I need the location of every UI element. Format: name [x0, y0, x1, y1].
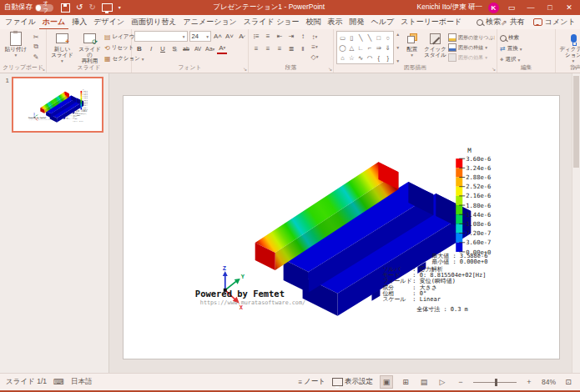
ribbon-tab[interactable]: ホーム [39, 15, 68, 30]
customize-qat-icon[interactable]: ▾ [119, 5, 121, 10]
quick-styles-button[interactable]: クイック スタイル [424, 31, 446, 64]
ribbon-tab[interactable]: 開発 [346, 15, 368, 30]
ribbon-tab[interactable]: ファイル [2, 15, 39, 30]
increase-indent-icon[interactable]: ⇥ [286, 32, 296, 41]
ribbon-tab[interactable]: スライド ショー [240, 15, 303, 30]
display-settings-button[interactable]: 表示設定 [332, 378, 373, 387]
save-icon[interactable] [61, 3, 70, 13]
line-spacing-icon[interactable]: ↕ [298, 32, 308, 41]
change-case-button[interactable]: Aa▾ [204, 44, 215, 53]
shapes-scroll-up-icon[interactable]: ▲ [396, 32, 400, 37]
autosave-control[interactable]: 自動保存 オフ [4, 3, 53, 13]
notes-button[interactable]: ≡ノート [298, 378, 325, 387]
reuse-slides-button[interactable]: スライドの 再利用 [77, 31, 103, 64]
paste-button[interactable]: 貼り付け ▾ [3, 31, 29, 64]
justify-icon[interactable]: ≣ [286, 44, 296, 53]
vertical-scrollbar[interactable] [572, 73, 580, 373]
section-button[interactable]: ▦セクション▾ [104, 54, 129, 63]
autosave-toggle[interactable]: オフ [35, 4, 53, 12]
slide[interactable]: ZYX M3.60e-63.24e-62.88e-62.52e-62.16e-6… [123, 95, 560, 359]
find-button[interactable]: 検索 [500, 33, 522, 43]
minimize-button[interactable]: — [524, 3, 537, 12]
normal-view-button[interactable]: ▣ [380, 375, 393, 389]
arrange-button[interactable]: 配置 ▾ [401, 31, 422, 64]
bold-button[interactable]: B [134, 44, 144, 53]
star-icon[interactable]: ☆ [348, 54, 356, 62]
ribbon-display-options-icon[interactable]: ▭ [505, 3, 518, 12]
ribbon-tab[interactable]: ストーリーボード [397, 15, 465, 30]
share-button[interactable]: ⇗ 共有 [501, 17, 525, 28]
reading-view-button[interactable]: ▤ [418, 376, 430, 388]
font-dialog-launcher-icon[interactable]: ↘ [243, 66, 247, 72]
convert-smartart-icon[interactable]: ◇▾ [310, 53, 320, 61]
font-color-button[interactable]: A▾ [217, 43, 227, 54]
bullets-icon[interactable]: ⁝≡ [251, 32, 261, 41]
ribbon-tab[interactable]: 挿入 [68, 15, 90, 30]
numbering-icon[interactable]: ≡ [263, 32, 273, 41]
vertical-text-box-icon[interactable]: ▯ [348, 34, 356, 42]
shape-fill-button[interactable]: 図形の塗りつぶし▾ [448, 33, 495, 42]
shape-outline-button[interactable]: 図形の枠線▾ [448, 43, 495, 52]
brace-right-icon[interactable]: } [384, 54, 391, 62]
zoom-in-button[interactable]: + [523, 376, 535, 388]
font-size-combobox[interactable]: 24▾ [189, 31, 211, 42]
shapes-scroll-down-icon[interactable]: ▼ [396, 45, 400, 50]
align-center-icon[interactable]: ≡ [263, 44, 273, 53]
replace-button[interactable]: ⇄置換▾ [500, 44, 522, 53]
ribbon-tab[interactable]: 校閲 [303, 15, 325, 30]
search-box[interactable]: 検索 [477, 17, 501, 28]
line-icon[interactable]: ╲ [357, 34, 365, 42]
ribbon-tab[interactable]: 表示 [325, 15, 346, 30]
align-left-icon[interactable]: ≡ [251, 44, 261, 53]
ribbon-tab[interactable]: デザイン [90, 15, 128, 30]
copy-icon[interactable]: ⧉ [31, 43, 41, 51]
font-name-combobox[interactable]: ▾ [134, 31, 188, 42]
elbow-icon[interactable]: ∟ [357, 44, 365, 52]
columns-icon[interactable]: ‖ [298, 44, 308, 53]
line-2-icon[interactable]: ╲ [366, 34, 374, 42]
zoom-slider[interactable] [473, 382, 517, 383]
slideshow-view-button[interactable]: ▷ [436, 376, 448, 388]
avatar[interactable]: K [488, 3, 499, 13]
decrease-indent-icon[interactable]: ⇤ [275, 32, 285, 41]
character-spacing-button[interactable]: AV [193, 44, 203, 53]
arc-icon[interactable]: ◠ [366, 54, 374, 62]
text-box-icon[interactable]: ▭ [339, 34, 346, 42]
oval-2-icon[interactable]: ◯ [339, 44, 346, 52]
zoom-percent[interactable]: 84% [542, 378, 556, 386]
italic-button[interactable]: I [146, 44, 156, 53]
text-direction-icon[interactable]: ↕▾ [310, 33, 320, 41]
undo-icon[interactable]: ↺ [76, 3, 83, 12]
align-text-icon[interactable]: ≡▾ [310, 43, 320, 51]
slide-sorter-view-button[interactable]: ⊞ [400, 376, 411, 388]
decrease-font-icon[interactable]: A˅ [224, 32, 235, 41]
zoom-out-button[interactable]: − [455, 376, 467, 388]
new-slide-button[interactable]: 新しい スライド ▾ [49, 31, 75, 64]
dictation-button[interactable]: ディクテー ション ▾ [558, 31, 580, 64]
text-shadow-button[interactable]: S [169, 44, 179, 53]
close-button[interactable]: ✕ [562, 3, 576, 12]
clipboard-dialog-launcher-icon[interactable]: ↘ [41, 66, 45, 72]
clear-formatting-icon[interactable]: A̷ [236, 32, 246, 41]
shape-effects-button[interactable]: 図形の効果▾ [448, 53, 495, 62]
slideshow-icon[interactable] [102, 3, 113, 12]
ime-keyboard-icon[interactable]: ⌨ [53, 378, 64, 386]
zoom-slider-thumb[interactable] [495, 379, 497, 386]
align-right-icon[interactable]: ≡ [275, 44, 285, 53]
strikethrough-button[interactable]: ab [181, 44, 191, 53]
drawing-dialog-launcher-icon[interactable]: ↘ [492, 66, 496, 72]
maximize-button[interactable]: □ [543, 3, 557, 12]
brace-left-icon[interactable]: { [375, 54, 382, 62]
format-painter-icon[interactable]: ✎ [31, 53, 41, 61]
oval-icon[interactable]: ○ [384, 34, 391, 42]
curve-icon[interactable]: ∿ [357, 54, 365, 62]
rectangle-icon[interactable]: □ [375, 34, 382, 42]
triangle-icon[interactable]: △ [348, 44, 356, 52]
ribbon-tab[interactable]: アニメーション [180, 15, 240, 30]
underline-button[interactable]: U [158, 44, 168, 53]
slide-thumbnail[interactable] [12, 77, 103, 133]
collapse-ribbon-icon[interactable]: ˄ [573, 65, 577, 71]
layout-button[interactable]: ▤レイアウト▾ [104, 33, 129, 42]
comments-button[interactable]: コメント [533, 17, 576, 28]
redo-icon[interactable]: ↻ [88, 3, 95, 12]
